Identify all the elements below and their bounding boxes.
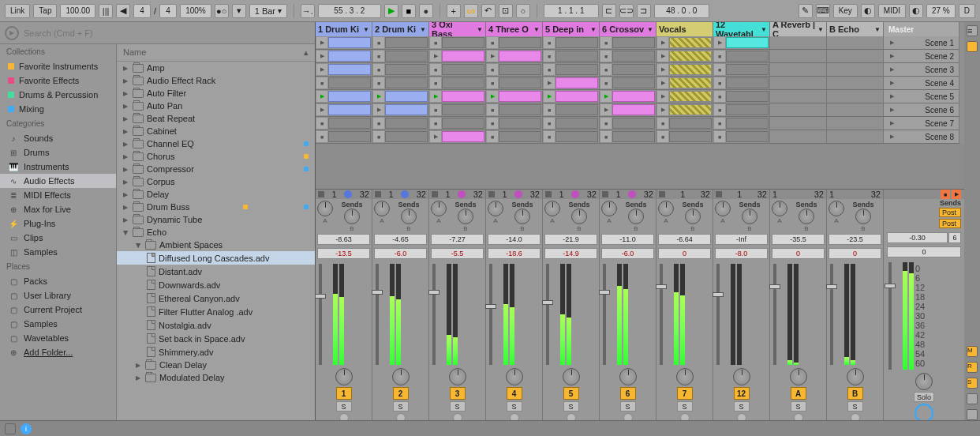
gain-db[interactable]: -5.5 (431, 248, 484, 259)
gain-db[interactable]: -8.0 (715, 248, 768, 259)
send-a-knob[interactable] (829, 201, 844, 216)
loop-icon[interactable]: ⊂⊃ (619, 4, 634, 18)
punch-in-icon[interactable]: ⊏ (602, 4, 616, 18)
solo-button[interactable]: S (734, 401, 750, 412)
disclosure-icon[interactable]: ▶ (134, 362, 142, 369)
disk-button[interactable]: D (959, 4, 975, 18)
chevron-down-icon[interactable]: ▼ (874, 26, 881, 33)
track-activator-button[interactable]: 2 (393, 387, 409, 400)
pan-knob[interactable] (563, 368, 580, 385)
hide-browser-icon[interactable] (5, 423, 16, 434)
clip-slot[interactable] (385, 91, 428, 102)
clip-play-button[interactable]: ■ (316, 118, 327, 129)
clip-slot[interactable] (612, 51, 655, 62)
preset-row[interactable]: Set back in Space.adv (117, 332, 315, 345)
chevron-down-icon[interactable]: ▼ (817, 26, 824, 33)
peak-db[interactable]: -0.30 (887, 232, 948, 243)
clip-play-button[interactable]: ■ (600, 77, 612, 88)
clip-slot[interactable] (442, 104, 484, 115)
sort-icon[interactable]: ▴ (304, 47, 309, 58)
place-item[interactable]: ⊕Add Folder... (0, 345, 116, 359)
clip-slot[interactable] (612, 118, 655, 129)
fader-track[interactable] (773, 264, 776, 365)
clip-play-button[interactable]: ■ (487, 64, 498, 75)
send-b-knob[interactable] (685, 209, 701, 224)
clip-slot[interactable] (555, 77, 598, 88)
clip-slot[interactable] (499, 64, 541, 75)
clip-play-button[interactable]: ■ (373, 77, 384, 88)
clip-slot[interactable] (726, 118, 769, 129)
disclosure-icon[interactable]: ▶ (122, 191, 129, 198)
disclosure-icon[interactable]: ▶ (122, 128, 129, 135)
gain-db[interactable]: 0 (772, 248, 825, 259)
clip-slot[interactable] (726, 131, 769, 142)
fader-handle[interactable] (713, 292, 724, 297)
clip-slot[interactable] (669, 131, 712, 142)
solo-button[interactable]: S (507, 401, 522, 412)
category-item[interactable]: ⚡Plug-Ins (0, 216, 116, 231)
clip-play-button[interactable]: ■ (316, 131, 327, 142)
clip-play-button[interactable]: ■ (487, 77, 498, 88)
clip-play-button[interactable]: ■ (714, 131, 725, 142)
stop-clip-button[interactable] (432, 191, 438, 197)
send-a-knob[interactable] (601, 201, 617, 216)
track-activator-button[interactable]: 7 (677, 387, 693, 400)
stop-clip-button[interactable] (716, 191, 722, 197)
gain-db[interactable]: 0 (829, 248, 881, 259)
peak-db[interactable]: -4.65 (374, 234, 427, 245)
punch-out-icon[interactable]: ⊐ (637, 4, 651, 18)
rail-returns-icon[interactable]: R (967, 362, 978, 373)
device-row[interactable]: ▶Echo (117, 226, 315, 239)
clip-play-button[interactable]: ▶ (373, 104, 384, 115)
clip-slot[interactable] (499, 77, 541, 88)
clip-play-button[interactable]: ▶ (430, 91, 441, 102)
cue-volume-knob[interactable] (915, 404, 933, 420)
clip-slot[interactable] (499, 118, 541, 129)
solo-button[interactable]: S (677, 401, 693, 412)
clip-slot[interactable] (612, 77, 655, 88)
clip-slot[interactable] (499, 104, 541, 115)
pan-knob[interactable] (392, 368, 410, 385)
disclosure-icon[interactable]: ▶ (122, 166, 129, 173)
fader-track[interactable] (830, 264, 833, 365)
place-item[interactable]: ▢Wavetables (0, 331, 116, 345)
clip-play-button[interactable]: ■ (544, 131, 555, 142)
clip-slot[interactable] (669, 104, 712, 115)
clip-slot[interactable] (442, 118, 484, 129)
clip-slot[interactable] (385, 64, 428, 75)
scene-row[interactable]: ▶Scene 3 (884, 63, 959, 77)
clip-slot[interactable] (385, 131, 428, 142)
scene-row[interactable]: ▶Scene 6 (884, 103, 959, 117)
category-item[interactable]: ♪Sounds (0, 131, 116, 145)
device-folder-row[interactable]: ▶Modulated Delay (117, 371, 315, 384)
browser-nav-icon[interactable] (5, 26, 19, 40)
clip-play-button[interactable]: ▶ (600, 104, 612, 115)
scene-row[interactable]: ▶Scene 5 (884, 90, 959, 103)
clip-play-button[interactable]: ■ (714, 104, 725, 115)
send-b-knob[interactable] (799, 209, 814, 224)
disclosure-icon[interactable]: ▶ (122, 179, 129, 186)
gain-db[interactable]: -14.9 (544, 248, 597, 259)
stop-all-button[interactable]: ■ (941, 190, 950, 199)
position-field[interactable]: 55 . 3 . 2 (318, 4, 381, 18)
pan-knob[interactable] (449, 368, 466, 385)
send-a-knob[interactable] (544, 201, 560, 216)
fader-handle[interactable] (372, 290, 383, 295)
metronome-icon[interactable]: ||| (99, 4, 113, 18)
clip-slot[interactable] (726, 64, 769, 75)
post-button[interactable]: Post (939, 219, 961, 228)
clip-slot[interactable] (555, 118, 598, 129)
track-header[interactable]: 5 Deep in▼ (543, 22, 600, 36)
clip-play-button[interactable]: ■ (600, 118, 612, 129)
clip-play-button[interactable]: ■ (544, 37, 555, 48)
stop-clip-button[interactable] (488, 191, 495, 197)
clip-slot[interactable] (442, 91, 484, 102)
dots-icon[interactable]: ●○ (215, 4, 229, 18)
capture-icon[interactable]: ⊡ (499, 4, 513, 18)
preset-row[interactable]: Filter Flutter Analog .adv (117, 305, 315, 318)
fader-track[interactable] (489, 264, 492, 365)
disclosure-icon[interactable]: ▶ (122, 141, 129, 148)
clip-play-button[interactable]: ▶ (487, 51, 498, 62)
chevron-down-icon[interactable]: ▼ (363, 26, 369, 33)
category-item[interactable]: ≣MIDI Effects (0, 188, 116, 202)
